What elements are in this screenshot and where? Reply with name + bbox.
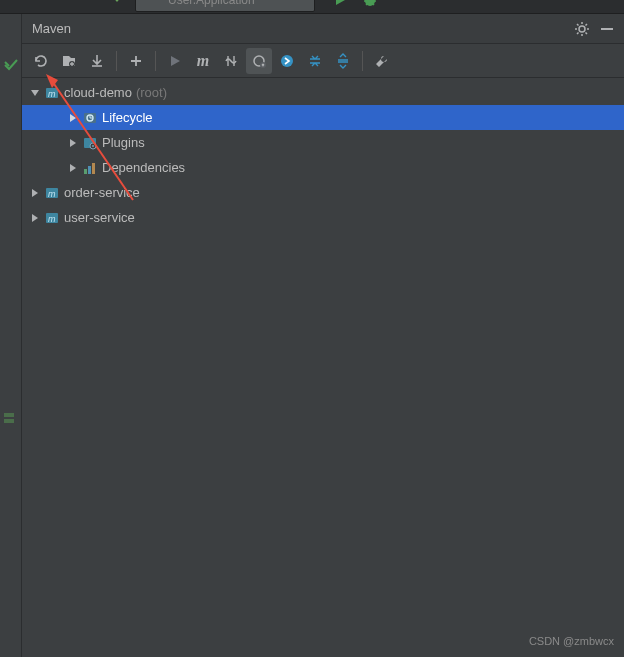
chevron-down-icon[interactable] <box>28 86 42 100</box>
svg-point-1 <box>579 26 585 32</box>
tree-module-node[interactable]: m order-service <box>22 180 624 205</box>
tree-node-plugins[interactable]: Plugins <box>22 130 624 155</box>
download-icon[interactable] <box>84 48 110 74</box>
wrench-icon[interactable] <box>369 48 395 74</box>
maven-tree[interactable]: m cloud-demo (root) Lifecycle <box>22 78 624 657</box>
chevron-right-icon[interactable] <box>66 111 80 125</box>
node-suffix: (root) <box>136 85 167 100</box>
maven-tool-window: Maven <box>22 14 624 657</box>
tree-node-lifecycle[interactable]: Lifecycle <box>22 105 624 130</box>
collapse-all-icon[interactable] <box>302 48 328 74</box>
panel-header: Maven <box>22 14 624 44</box>
skip-tests-icon[interactable] <box>246 48 272 74</box>
run-config-label: User.Application <box>168 0 255 7</box>
execute-goal-icon[interactable]: m <box>190 48 216 74</box>
node-label: cloud-demo <box>64 85 132 100</box>
node-label: order-service <box>64 185 140 200</box>
minimize-icon[interactable] <box>600 22 614 36</box>
node-label: Plugins <box>102 135 145 150</box>
maven-module-icon: m <box>44 210 60 226</box>
maven-toolbar: m <box>22 44 624 78</box>
run-icon[interactable] <box>334 0 348 8</box>
top-app-bar: User.Application <box>0 0 624 14</box>
chevron-right-icon[interactable] <box>66 161 80 175</box>
reload-icon[interactable] <box>28 48 54 74</box>
tree-module-node[interactable]: m user-service <box>22 205 624 230</box>
generate-sources-icon[interactable] <box>56 48 82 74</box>
maven-module-icon: m <box>44 185 60 201</box>
svg-rect-15 <box>88 166 91 174</box>
node-label: Lifecycle <box>102 110 153 125</box>
plugins-icon <box>82 135 98 151</box>
tree-node-dependencies[interactable]: Dependencies <box>22 155 624 180</box>
svg-point-13 <box>92 145 94 147</box>
node-label: Dependencies <box>102 160 185 175</box>
toolbar-separator <box>155 51 156 71</box>
panel-title: Maven <box>32 21 71 36</box>
maven-module-icon: m <box>44 85 60 101</box>
watermark: CSDN @zmbwcx <box>529 635 614 647</box>
chevron-right-icon[interactable] <box>28 186 42 200</box>
run-icon[interactable] <box>162 48 188 74</box>
svg-rect-16 <box>92 163 95 174</box>
gutter-mark <box>4 413 14 417</box>
svg-rect-14 <box>84 169 87 174</box>
svg-text:m: m <box>48 214 56 224</box>
svg-text:m: m <box>48 89 56 99</box>
toggle-offline-icon[interactable] <box>218 48 244 74</box>
left-gutter <box>0 14 22 657</box>
toolbar-separator <box>116 51 117 71</box>
dependencies-icon <box>82 160 98 176</box>
tree-root-node[interactable]: m cloud-demo (root) <box>22 80 624 105</box>
node-label: user-service <box>64 210 135 225</box>
chevron-right-icon[interactable] <box>28 211 42 225</box>
add-icon[interactable] <box>123 48 149 74</box>
svg-rect-2 <box>601 28 613 30</box>
toolbar-separator <box>362 51 363 71</box>
svg-text:m: m <box>48 189 56 199</box>
expand-all-icon[interactable] <box>330 48 356 74</box>
caret-down-icon <box>112 0 126 8</box>
debug-icon[interactable] <box>363 0 377 8</box>
show-dependencies-icon[interactable] <box>274 48 300 74</box>
gutter-mark <box>4 419 14 423</box>
lifecycle-icon <box>82 110 98 126</box>
check-icon <box>4 58 18 72</box>
gear-icon[interactable] <box>574 21 590 37</box>
svg-point-6 <box>281 55 293 67</box>
chevron-right-icon[interactable] <box>66 136 80 150</box>
